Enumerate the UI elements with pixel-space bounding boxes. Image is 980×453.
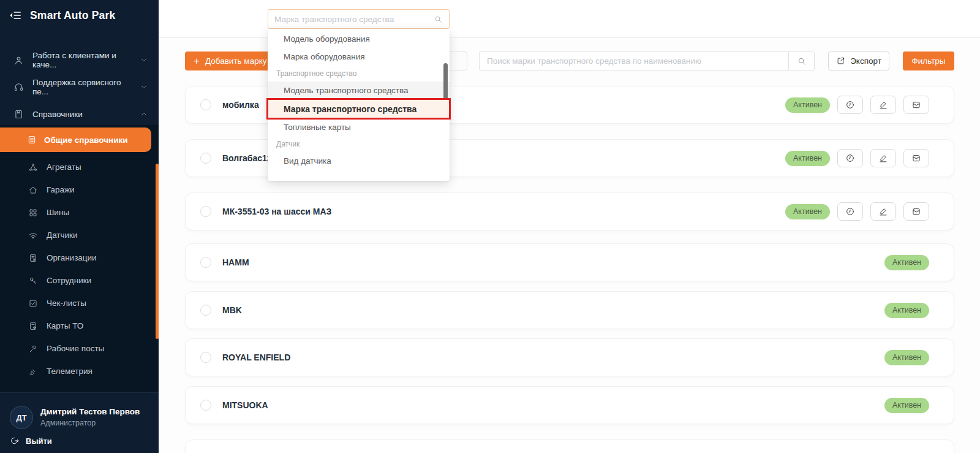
headset-icon bbox=[13, 82, 24, 93]
sidebar-item-label: Рабочие посты bbox=[47, 344, 104, 353]
export-label: Экспорт bbox=[850, 56, 881, 66]
sidebar-item-label: Работа с клиентами и каче... bbox=[32, 51, 132, 69]
nodes-icon bbox=[28, 162, 38, 172]
dropdown-group-sensor: Датчик bbox=[268, 136, 450, 152]
table-row-partial[interactable] bbox=[185, 440, 954, 453]
logout-icon bbox=[10, 436, 20, 446]
status-badge: Активен bbox=[884, 350, 929, 365]
sidebar-item-employees[interactable]: Сотрудники bbox=[0, 269, 159, 292]
dropdown-option-sensor-type[interactable]: Вид датчика bbox=[268, 152, 450, 170]
dropdown-option-vehicle-brand-selected[interactable]: Марка транспортного средства bbox=[268, 99, 450, 118]
avatar[interactable]: ДТ bbox=[10, 406, 33, 429]
sidebar-item-label: Гаражи bbox=[47, 185, 75, 194]
sidebar-logo: Smart Auto Park bbox=[9, 9, 115, 22]
key-icon bbox=[28, 276, 38, 286]
logout-button[interactable]: Выйти bbox=[10, 436, 52, 446]
history-button[interactable] bbox=[837, 96, 863, 114]
archive-button[interactable] bbox=[903, 149, 929, 167]
row-checkbox[interactable] bbox=[200, 400, 211, 411]
filters-button[interactable]: Фильтры bbox=[903, 51, 954, 70]
dropdown-option-equipment-brand[interactable]: Марка оборудования bbox=[268, 48, 450, 66]
sidebar-item-clients[interactable]: Работа с клиентами и каче... bbox=[0, 47, 159, 74]
row-checkbox[interactable] bbox=[200, 206, 211, 217]
table-row[interactable]: MBK Активен bbox=[185, 291, 954, 329]
status-badge: Активен bbox=[785, 97, 830, 113]
export-button[interactable]: Экспорт bbox=[828, 51, 889, 70]
dropdown-option-equipment-model[interactable]: Модель оборудования bbox=[268, 30, 450, 48]
plus-icon: + bbox=[194, 56, 200, 66]
sidebar-item-tires[interactable]: Шины bbox=[0, 201, 159, 224]
app-screen: Smart Auto Park Работа с клиентами и кач… bbox=[0, 0, 980, 453]
chevron-up-icon bbox=[140, 110, 148, 118]
sidebar-menu: Работа с клиентами и каче... Поддержка с… bbox=[0, 47, 159, 128]
user-role: Администратор bbox=[40, 419, 96, 427]
status-badge: Активен bbox=[884, 398, 929, 413]
search-icon bbox=[797, 56, 807, 66]
sidebar-item-common-directories[interactable]: Общие справочники bbox=[0, 128, 151, 152]
sidebar-item-label: Сотрудники bbox=[47, 276, 91, 285]
filters-label: Фильтры bbox=[911, 56, 945, 66]
search-icon bbox=[434, 15, 443, 24]
sidebar-scrollbar[interactable] bbox=[156, 164, 159, 339]
dropdown-option-vehicle-model[interactable]: Модель транспортного средства bbox=[268, 82, 450, 99]
export-icon bbox=[836, 56, 845, 66]
edit-button[interactable] bbox=[870, 149, 896, 167]
search-button[interactable] bbox=[788, 52, 814, 70]
sidebar-item-sensors[interactable]: Датчики bbox=[0, 224, 159, 246]
sidebar-item-support[interactable]: Поддержка сервисного пе... bbox=[0, 74, 159, 101]
dropdown-option-fuel-cards[interactable]: Топливные карты bbox=[268, 118, 450, 136]
row-checkbox[interactable] bbox=[200, 257, 211, 268]
add-brand-button[interactable]: + Добавить марку bbox=[185, 51, 277, 70]
row-checkbox[interactable] bbox=[200, 352, 211, 363]
edit-button[interactable] bbox=[870, 96, 896, 114]
sidebar-item-label: Справочники bbox=[32, 110, 83, 119]
status-badge: Активен bbox=[884, 303, 929, 318]
history-button[interactable] bbox=[837, 149, 863, 167]
table-row[interactable]: MITSUOKA Активен bbox=[185, 386, 954, 424]
sidebar-item-label: Чек-листы bbox=[47, 299, 86, 308]
sidebar-item-organizations[interactable]: Организации bbox=[0, 246, 159, 269]
sidebar-submenu: Общие справочники Агрегаты Гаражи Шины bbox=[0, 125, 159, 392]
chevron-down-icon bbox=[140, 56, 148, 64]
collapse-sidebar-icon[interactable] bbox=[9, 9, 22, 22]
sidebar-item-garages[interactable]: Гаражи bbox=[0, 178, 159, 201]
archive-button[interactable] bbox=[903, 96, 929, 114]
brand-search bbox=[479, 51, 815, 70]
sidebar-item-to-cards[interactable]: Карты ТО bbox=[0, 314, 159, 337]
table-row[interactable]: ROYAL ENFIELD Активен bbox=[185, 338, 954, 376]
home-icon bbox=[28, 185, 38, 195]
row-checkbox[interactable] bbox=[200, 99, 211, 110]
wifi-icon bbox=[28, 230, 38, 240]
sidebar-item-label: Карты ТО bbox=[47, 321, 83, 330]
wrench-icon bbox=[28, 344, 38, 354]
directory-dropdown: Модель оборудования Марка оборудования Т… bbox=[268, 29, 450, 181]
sidebar-item-label: Организации bbox=[47, 253, 97, 262]
brand-search-input[interactable] bbox=[480, 52, 788, 70]
chevron-down-icon bbox=[140, 83, 148, 91]
sidebar-item-telemetry[interactable]: Телеметрия bbox=[0, 360, 159, 383]
row-name: HAMM bbox=[222, 257, 249, 267]
list-icon bbox=[27, 135, 37, 145]
table-row[interactable]: HAMM Активен bbox=[185, 243, 954, 281]
book-icon bbox=[13, 109, 24, 120]
sidebar-item-checklists[interactable]: Чек-листы bbox=[0, 292, 159, 314]
sidebar-item-units[interactable]: Агрегаты bbox=[0, 156, 159, 178]
row-name: ROYAL ENFIELD bbox=[222, 352, 290, 362]
row-checkbox[interactable] bbox=[200, 153, 211, 164]
organization-doc-icon bbox=[28, 253, 38, 263]
doc-gear-icon bbox=[28, 321, 38, 331]
history-button[interactable] bbox=[837, 202, 863, 221]
directory-combobox bbox=[268, 9, 450, 29]
archive-button[interactable] bbox=[903, 202, 929, 221]
row-checkbox[interactable] bbox=[200, 305, 211, 316]
plug-icon bbox=[28, 367, 38, 376]
sidebar-item-directories[interactable]: Справочники bbox=[0, 101, 159, 128]
sidebar-item-label: Поддержка сервисного пе... bbox=[32, 78, 132, 96]
table-row[interactable]: МК-3551-03 на шасси МАЗ Активен bbox=[185, 192, 954, 230]
dropdown-group-vehicle: Транспортное средство bbox=[268, 66, 450, 82]
edit-button[interactable] bbox=[870, 202, 896, 221]
status-badge: Активен bbox=[785, 204, 830, 219]
grid-icon bbox=[28, 208, 38, 218]
directory-combobox-input[interactable] bbox=[274, 15, 434, 24]
sidebar-item-workstations[interactable]: Рабочие посты bbox=[0, 337, 159, 360]
